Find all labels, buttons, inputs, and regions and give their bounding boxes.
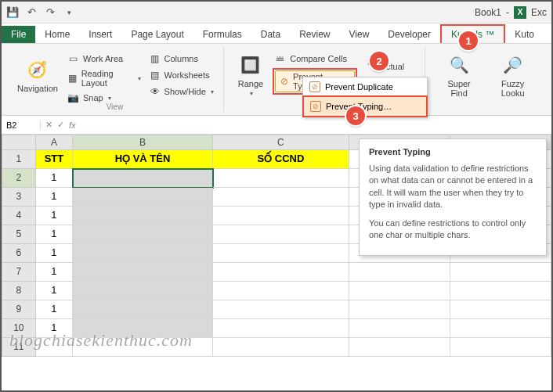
row-head[interactable]: 2 — [2, 169, 36, 188]
cell[interactable] — [73, 207, 212, 225]
redo-icon[interactable]: ↷ — [44, 6, 56, 19]
cell[interactable] — [450, 319, 551, 338]
tooltip-paragraph-1: Using data validation to define restrict… — [369, 163, 537, 211]
cell[interactable]: 1 — [36, 244, 74, 263]
cell-header-name[interactable]: HỌ VÀ TÊN — [73, 150, 212, 169]
cell[interactable] — [213, 319, 349, 338]
cell[interactable]: 1 — [36, 282, 74, 300]
reading-layout-button[interactable]: ▦Reading Layout▾ — [66, 68, 143, 88]
row-head[interactable]: 7 — [2, 263, 36, 282]
columns-icon: ▥ — [149, 52, 161, 65]
compare-icon: ⩸ — [274, 52, 287, 65]
cell[interactable]: 1 — [36, 225, 74, 244]
cell[interactable]: 1 — [36, 207, 74, 225]
cell[interactable] — [213, 207, 349, 225]
cell[interactable] — [450, 338, 551, 357]
cell-header-ccnd[interactable]: SỐ CCND — [213, 150, 349, 169]
cell[interactable] — [73, 282, 212, 300]
tab-home[interactable]: Home — [35, 26, 79, 43]
row-head[interactable]: 3 — [2, 188, 36, 207]
chevron-down-icon: ▾ — [211, 88, 214, 95]
compare-cells-button[interactable]: ⩸Compare Cells — [273, 52, 357, 66]
cell[interactable] — [73, 225, 212, 244]
row-head[interactable]: 1 — [2, 150, 36, 169]
cell[interactable] — [213, 263, 349, 282]
tab-formulas[interactable]: Formulas — [193, 26, 251, 43]
fuzzy-lookup-button[interactable]: 🔎 Fuzzy Looku — [485, 49, 540, 101]
cell[interactable] — [349, 338, 450, 357]
fuzzy-lookup-label: Fuzzy Looku — [490, 79, 536, 98]
cell[interactable] — [349, 300, 450, 319]
chevron-down-icon: ▾ — [138, 75, 141, 82]
select-all-corner[interactable] — [2, 135, 36, 150]
super-find-button[interactable]: 🔍 Super Find — [435, 49, 484, 101]
cell[interactable]: 1 — [36, 263, 74, 282]
cell[interactable]: 1 — [36, 188, 74, 207]
cell[interactable] — [213, 225, 349, 244]
cell[interactable] — [73, 300, 212, 319]
col-head-c[interactable]: C — [213, 135, 350, 150]
cell[interactable] — [450, 300, 551, 319]
row-head[interactable]: 5 — [2, 225, 36, 244]
fx-icon[interactable]: fx — [69, 120, 76, 130]
reading-layout-icon: ▦ — [67, 72, 78, 85]
cell[interactable] — [213, 244, 349, 263]
tab-review[interactable]: Review — [290, 26, 339, 43]
col-head-b[interactable]: B — [73, 135, 212, 150]
cell[interactable] — [213, 300, 349, 319]
work-area-button[interactable]: ▭Work Area — [66, 52, 143, 66]
cancel-icon[interactable]: ✕ — [45, 120, 52, 130]
cell[interactable] — [213, 169, 349, 188]
row-head[interactable]: 9 — [2, 300, 36, 319]
cell-header-stt[interactable]: STT — [36, 150, 74, 169]
cell[interactable] — [73, 188, 212, 207]
row-head[interactable]: 8 — [2, 282, 36, 300]
prevent-typing-icon: ⊘ — [310, 101, 321, 112]
columns-label: Columns — [164, 54, 198, 63]
worksheets-button[interactable]: ▤Worksheets — [147, 68, 215, 82]
navigation-button[interactable]: 🧭 Navigation — [13, 49, 63, 101]
cell[interactable] — [349, 263, 450, 282]
tab-developer[interactable]: Developer — [378, 26, 440, 43]
chevron-down-icon: ▾ — [108, 95, 111, 102]
range-button[interactable]: 🔲 Range ▾ — [233, 49, 268, 101]
tab-insert[interactable]: Insert — [79, 26, 121, 43]
cell[interactable]: 1 — [36, 169, 74, 188]
name-box[interactable]: B2 — [2, 120, 41, 130]
compare-cells-label: Compare Cells — [290, 54, 347, 63]
qat-more-icon[interactable]: ▾ — [63, 6, 75, 19]
table-row: 71 — [2, 263, 551, 282]
dropdown-prevent-duplicate[interactable]: ⊘Prevent Duplicate — [303, 77, 427, 96]
tab-data[interactable]: Data — [251, 26, 290, 43]
cell[interactable] — [73, 169, 212, 188]
tab-page-layout[interactable]: Page Layout — [121, 26, 193, 43]
tab-kutools-plus[interactable]: Kuto — [505, 26, 544, 43]
cell[interactable] — [349, 319, 450, 338]
cell[interactable] — [213, 282, 349, 300]
cell[interactable]: 1 — [36, 300, 74, 319]
save-icon[interactable]: 💾 — [6, 6, 19, 19]
work-area-icon: ▭ — [67, 52, 80, 65]
tab-view[interactable]: View — [340, 26, 379, 43]
columns-button[interactable]: ▥Columns — [147, 52, 215, 66]
showhide-button[interactable]: 👁Show/Hide▾ — [147, 85, 215, 99]
row-head[interactable]: 6 — [2, 244, 36, 263]
dropdown-prevent-typing[interactable]: ⊘Prevent Typing… — [302, 95, 428, 117]
col-head-a[interactable]: A — [36, 135, 74, 150]
worksheets-icon: ▤ — [149, 69, 161, 81]
enter-icon[interactable]: ✓ — [57, 120, 64, 130]
callout-badge-2: 2 — [370, 52, 389, 70]
undo-icon[interactable]: ↶ — [25, 6, 38, 19]
cell[interactable] — [450, 282, 551, 300]
callout-badge-1: 1 — [459, 31, 478, 50]
row-head[interactable]: 4 — [2, 207, 36, 225]
cell[interactable] — [73, 263, 212, 282]
tab-file[interactable]: File — [2, 26, 35, 43]
cell[interactable] — [73, 244, 212, 263]
cell[interactable] — [450, 263, 551, 282]
cell[interactable] — [349, 282, 450, 300]
cell[interactable] — [213, 338, 349, 357]
tooltip-paragraph-2: You can define restrictions to control o… — [369, 218, 537, 242]
formula-buttons: ✕ ✓ fx — [41, 120, 81, 130]
cell[interactable] — [213, 188, 349, 207]
